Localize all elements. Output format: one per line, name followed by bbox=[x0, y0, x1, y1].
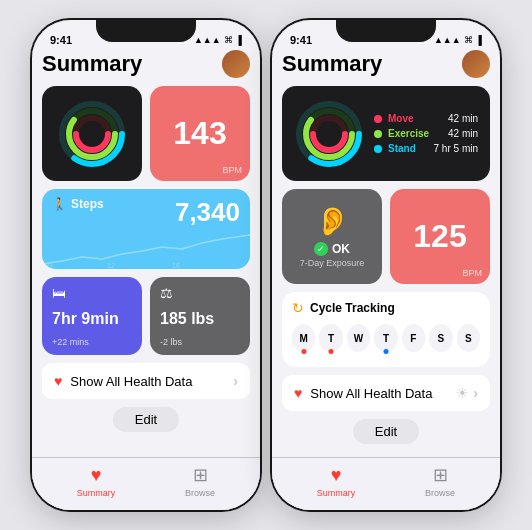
weight-icon: ⚖ bbox=[160, 285, 240, 301]
wifi-icon-right: ⌘ bbox=[464, 35, 473, 45]
exercise-dot bbox=[374, 130, 382, 138]
move-label: Move bbox=[388, 113, 442, 124]
stand-dot bbox=[374, 145, 382, 153]
left-heart-label: BPM bbox=[222, 165, 242, 175]
left-chevron: › bbox=[233, 373, 238, 389]
move-row: Move 42 min bbox=[374, 113, 478, 124]
weight-sub: -2 lbs bbox=[160, 337, 240, 347]
mes-labels: Move 42 min Exercise 42 min Stand bbox=[374, 113, 478, 154]
time-right: 9:41 bbox=[290, 34, 312, 46]
exercise-label: Exercise bbox=[388, 128, 442, 139]
heart-icon-red-right: ♥ bbox=[294, 385, 302, 401]
hearing-icon: 👂 bbox=[315, 205, 350, 238]
show-all-left: ♥ Show All Health Data bbox=[54, 373, 192, 389]
left-screen: 9:41 ▲▲▲ ⌘ ▐ Summary bbox=[32, 20, 260, 510]
day-T2: T bbox=[374, 324, 397, 352]
right-heart-value: 125 bbox=[413, 218, 466, 255]
stand-value: 7 hr 5 min bbox=[434, 143, 478, 154]
browse-tab-icon-left: ⊞ bbox=[193, 464, 208, 486]
day-S2: S bbox=[457, 324, 480, 352]
left-steps-card[interactable]: 🚶 Steps 7,340 00 12 16 bbox=[42, 189, 250, 269]
right-heart-label: BPM bbox=[462, 268, 482, 278]
status-icons-right: ▲▲▲ ⌘ ▐ bbox=[434, 35, 482, 45]
right-phone: 9:41 ▲▲▲ ⌘ ▐ Summary bbox=[272, 20, 500, 510]
signal-icon-left: ▲▲▲ bbox=[194, 35, 221, 45]
left-avatar[interactable] bbox=[222, 50, 250, 78]
browse-tab-label-left: Browse bbox=[185, 488, 215, 498]
steps-label: 🚶 Steps bbox=[52, 197, 104, 211]
right-page-title: Summary bbox=[282, 51, 382, 77]
left-sleep-card[interactable]: 🛏 7hr 9min +22 mins bbox=[42, 277, 142, 355]
move-dot bbox=[374, 115, 382, 123]
exercise-row: Exercise 42 min bbox=[374, 128, 478, 139]
cycle-days: M T W T bbox=[292, 324, 480, 352]
left-show-all-row[interactable]: ♥ Show All Health Data › bbox=[42, 363, 250, 399]
left-content: Summary bbox=[32, 50, 260, 457]
summary-tab-label-left: Summary bbox=[77, 488, 116, 498]
right-activity-card[interactable]: Move 42 min Exercise 42 min Stand bbox=[282, 86, 490, 181]
day-F: F bbox=[402, 324, 425, 352]
day-M: M bbox=[292, 324, 315, 352]
right-hearing-card[interactable]: 👂 ✓ OK 7-Day Exposure bbox=[282, 189, 382, 284]
cycle-icon: ↻ bbox=[292, 300, 304, 316]
left-page-title: Summary bbox=[42, 51, 142, 77]
ok-circle: ✓ bbox=[314, 242, 328, 256]
right-header-row: Summary bbox=[282, 50, 490, 78]
dot-M bbox=[301, 349, 306, 354]
left-tab-bar: ♥ Summary ⊞ Browse bbox=[32, 457, 260, 510]
left-heart-card[interactable]: 143 BPM bbox=[150, 86, 250, 181]
notch-left bbox=[96, 20, 196, 42]
right-edit-button[interactable]: Edit bbox=[353, 419, 419, 444]
show-all-left-right: ♥ Show All Health Data bbox=[294, 385, 432, 401]
right-bottom-actions: Edit bbox=[282, 419, 490, 444]
left-edit-button[interactable]: Edit bbox=[113, 407, 179, 432]
day-W: W bbox=[347, 324, 370, 352]
weight-value: 185 lbs bbox=[160, 310, 240, 328]
right-show-all-row[interactable]: ♥ Show All Health Data ☀ › bbox=[282, 375, 490, 411]
exercise-value: 42 min bbox=[448, 128, 478, 139]
right-tab-browse[interactable]: ⊞ Browse bbox=[425, 464, 455, 498]
status-icons-left: ▲▲▲ ⌘ ▐ bbox=[194, 35, 242, 45]
notch-right bbox=[336, 20, 436, 42]
summary-tab-icon-right: ♥ bbox=[331, 465, 342, 486]
steps-value: 7,340 bbox=[175, 197, 240, 228]
show-all-right-extras: ☀ › bbox=[456, 385, 478, 401]
right-heart-card[interactable]: 125 BPM bbox=[390, 189, 490, 284]
svg-text:16: 16 bbox=[172, 262, 180, 269]
right-tab-summary[interactable]: ♥ Summary bbox=[317, 465, 356, 498]
left-header-row: Summary bbox=[42, 50, 250, 78]
dot-T1 bbox=[329, 349, 334, 354]
svg-text:12: 12 bbox=[107, 262, 115, 269]
fingerprint-icon: ☀ bbox=[456, 385, 469, 401]
time-left: 9:41 bbox=[50, 34, 72, 46]
ok-text: OK bbox=[332, 242, 350, 256]
wifi-icon-left: ⌘ bbox=[224, 35, 233, 45]
right-activity-ring bbox=[294, 99, 364, 169]
right-cycle-card[interactable]: ↻ Cycle Tracking M T bbox=[282, 292, 490, 367]
sleep-value: 7hr 9min bbox=[52, 310, 132, 328]
sleep-sub: +22 mins bbox=[52, 337, 132, 347]
activity-ring-svg bbox=[57, 99, 127, 169]
summary-tab-icon-left: ♥ bbox=[91, 465, 102, 486]
left-cards-grid: 143 BPM 🚶 Steps 7,340 bbox=[42, 86, 250, 355]
left-tab-summary[interactable]: ♥ Summary bbox=[77, 465, 116, 498]
right-tab-bar: ♥ Summary ⊞ Browse bbox=[272, 457, 500, 510]
left-weight-card[interactable]: ⚖ 185 lbs -2 lbs bbox=[150, 277, 250, 355]
battery-icon-left: ▐ bbox=[236, 35, 242, 45]
right-screen: 9:41 ▲▲▲ ⌘ ▐ Summary bbox=[272, 20, 500, 510]
ok-badge: ✓ OK bbox=[314, 242, 350, 256]
day-T1: T bbox=[319, 324, 342, 352]
heart-icon-red-left: ♥ bbox=[54, 373, 62, 389]
left-tab-browse[interactable]: ⊞ Browse bbox=[185, 464, 215, 498]
battery-icon-right: ▐ bbox=[476, 35, 482, 45]
left-bottom-actions: Edit bbox=[42, 407, 250, 432]
left-show-all-text: Show All Health Data bbox=[70, 374, 192, 389]
left-activity-card[interactable] bbox=[42, 86, 142, 181]
right-cards-grid: Move 42 min Exercise 42 min Stand bbox=[282, 86, 490, 367]
stand-row: Stand 7 hr 5 min bbox=[374, 143, 478, 154]
steps-header: 🚶 Steps 7,340 bbox=[52, 197, 240, 228]
right-avatar[interactable] bbox=[462, 50, 490, 78]
right-content: Summary bbox=[272, 50, 500, 457]
day-S1: S bbox=[429, 324, 452, 352]
exposure-label: 7-Day Exposure bbox=[300, 258, 365, 268]
